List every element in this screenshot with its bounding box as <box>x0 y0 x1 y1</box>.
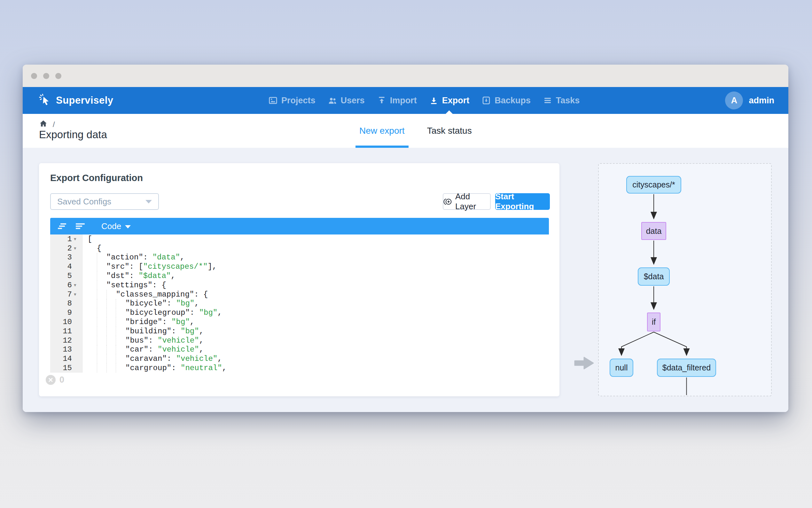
add-layer-button[interactable]: Add Layer <box>443 193 491 210</box>
start-exporting-button[interactable]: Start Exporting <box>495 193 550 210</box>
code-line: "src": ["cityscapes/*"], <box>83 262 549 271</box>
fold-caret-icon[interactable]: ▾ <box>74 291 82 297</box>
code-string-token: "bg" <box>199 308 218 317</box>
code-token: "classes_mapping": { <box>116 290 208 299</box>
graph-node-label: $data_filtered <box>662 363 711 372</box>
user-name: admin <box>749 96 774 105</box>
code-line: "classes_mapping": { <box>83 290 549 299</box>
nav-item-label: Projects <box>281 96 316 105</box>
code-token: "action": <box>106 253 152 262</box>
window-control-dot[interactable] <box>31 73 37 79</box>
indent-guide <box>97 262 106 271</box>
nav-item-projects[interactable]: Projects <box>268 87 316 114</box>
gutter-line: 11 <box>50 327 82 336</box>
code-line: "settings": { <box>83 281 549 290</box>
graph-node-$data[interactable]: $data <box>638 267 670 286</box>
nav-item-tasks[interactable]: Tasks <box>543 87 580 114</box>
indent-guide <box>88 262 97 271</box>
indent-guide <box>97 271 106 281</box>
code-line: "building": "bg", <box>83 327 549 336</box>
gutter-line: 6▾ <box>50 281 82 290</box>
window-titlebar <box>23 65 789 87</box>
gutter-line: 2▾ <box>50 244 82 253</box>
line-number: 9 <box>50 308 74 317</box>
export-configuration-card: Export Configuration Saved Configs Add L… <box>39 163 560 396</box>
chevron-down-icon <box>125 225 131 228</box>
indent-guide <box>106 318 116 327</box>
editor-body[interactable]: 1▾2▾3456▾7▾89101112131415 [{"action": "d… <box>50 235 549 373</box>
code-token: [ <box>88 235 92 244</box>
indent-guide <box>106 364 116 373</box>
code-token: "cargroup": <box>125 364 181 372</box>
brand-logo[interactable]: Supervisely <box>39 87 113 114</box>
graph-node-if[interactable]: if <box>647 312 661 331</box>
nav-item-label: Tasks <box>556 96 580 105</box>
users-icon <box>328 96 337 105</box>
code-line: "action": "data", <box>83 253 549 262</box>
code-string-token: "vehicle" <box>158 336 199 345</box>
code-token: , <box>180 253 185 262</box>
code-token: "settings": { <box>106 281 166 290</box>
fold-caret-icon[interactable]: ▾ <box>74 245 82 251</box>
gutter-line: 5 <box>50 271 82 281</box>
line-number: 7 <box>50 290 74 299</box>
indent-guide <box>116 299 125 308</box>
format-lines-icon[interactable] <box>75 221 86 231</box>
code-token: { <box>97 244 101 253</box>
nav-item-backups[interactable]: Backups <box>481 87 531 114</box>
nav-item-label: Users <box>341 96 365 105</box>
home-icon[interactable] <box>39 119 48 129</box>
saved-configs-select[interactable]: Saved Configs <box>50 193 159 210</box>
window-control-dot[interactable] <box>43 73 49 79</box>
indent-guide <box>106 290 116 299</box>
backups-icon <box>481 96 491 105</box>
editor-mode-dropdown[interactable]: Code <box>101 221 131 231</box>
cursor-click-icon <box>39 93 51 108</box>
line-number: 13 <box>50 345 74 354</box>
code-token: , <box>194 299 199 308</box>
gutter-line: 10 <box>50 318 82 327</box>
code-line: "bicycle": "bg", <box>83 299 549 308</box>
indent-guide <box>106 308 116 318</box>
fold-caret-icon[interactable]: ▾ <box>74 282 82 288</box>
code-token: "bicycle": <box>125 299 176 308</box>
code-token: "src": [ <box>106 262 143 271</box>
indent-guide <box>88 354 97 364</box>
indent-guide <box>116 364 125 373</box>
graph-node-null[interactable]: null <box>610 358 633 377</box>
nav-item-import[interactable]: Import <box>377 87 417 114</box>
gutter-line: 7▾ <box>50 290 82 299</box>
indent-guide <box>88 281 97 290</box>
code-token: , <box>218 308 222 317</box>
graph-node-cityscapes[interactable]: cityscapes/* <box>626 176 681 194</box>
code-string-token: "bg" <box>171 318 190 326</box>
tab-task-status[interactable]: Task status <box>425 114 474 148</box>
nav-item-export[interactable]: Export <box>429 87 470 114</box>
app-window: Supervisely ProjectsUsersImportExportBac… <box>23 65 789 412</box>
graph-node-label: if <box>652 318 656 327</box>
nav-item-label: Import <box>390 96 417 105</box>
user-menu[interactable]: A admin <box>725 87 774 114</box>
tab-new-export[interactable]: New export <box>357 114 407 148</box>
window-control-dot[interactable] <box>55 73 61 79</box>
indent-guide <box>116 308 125 318</box>
editor-toolbar: Code <box>50 218 549 235</box>
export-icon <box>429 96 439 105</box>
fold-caret-icon[interactable]: ▾ <box>74 236 82 242</box>
avatar: A <box>725 91 743 110</box>
chevron-down-icon <box>145 200 152 204</box>
gutter-line: 9 <box>50 308 82 318</box>
nav-item-users[interactable]: Users <box>328 87 365 114</box>
code-token: "building": <box>125 327 181 336</box>
gutter-line: 8 <box>50 299 82 308</box>
graph-node-data[interactable]: data <box>641 222 666 240</box>
card-title: Export Configuration <box>50 173 143 183</box>
nav-item-label: Backups <box>494 96 531 105</box>
line-number: 6 <box>50 281 74 290</box>
graph-node-label: $data <box>644 272 664 281</box>
graph-node-$data_filtered[interactable]: $data_filtered <box>657 358 716 377</box>
format-tree-icon[interactable] <box>57 221 68 231</box>
code-token: "caravan": <box>125 354 176 363</box>
code-token: , <box>222 364 227 372</box>
indent-guide <box>106 345 116 354</box>
